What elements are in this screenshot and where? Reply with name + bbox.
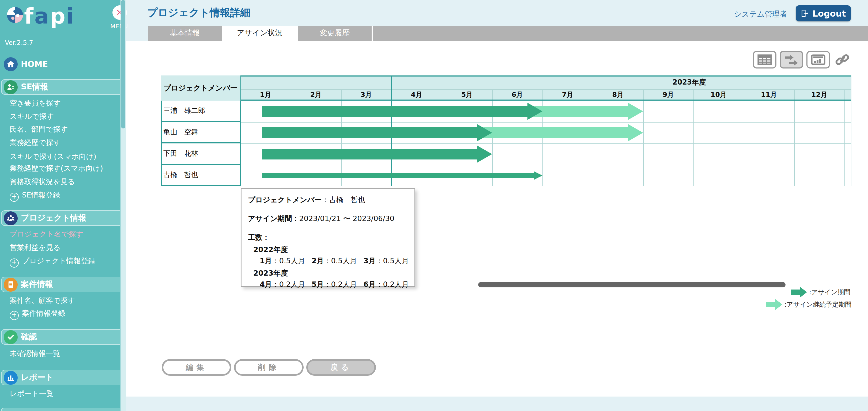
month-header-8月: 8月 <box>593 89 643 101</box>
sidebar-item-label: 資格取得状況を見る <box>10 177 75 186</box>
sidebar-item-home[interactable]: HOME <box>0 57 121 71</box>
tooltip-month-values: 1月：0.5人月2月：0.5人月3月：0.5人月 <box>260 256 408 266</box>
row-divider <box>241 122 851 123</box>
sidebar-item[interactable]: +プロジェクト情報登録 <box>10 254 117 267</box>
gantt-bar-assigned[interactable] <box>262 127 477 138</box>
gantt-bar-planned[interactable] <box>477 127 628 138</box>
sidebar-item-label: 業務経歴で探す(スマホ向け) <box>10 164 103 172</box>
logo-letter: f <box>24 4 34 28</box>
sidebar-section-report[interactable]: レポート <box>0 370 121 385</box>
tooltip-year-label: 2023年度 <box>253 268 408 278</box>
sidebar-item[interactable]: 業務経歴で探す <box>10 136 117 149</box>
month-gridline <box>693 89 694 186</box>
plus-icon: + <box>10 258 19 267</box>
logout-button[interactable]: Logout <box>796 5 851 22</box>
sidebar-scrollbar-thumb[interactable] <box>121 0 125 128</box>
sidebar-item[interactable]: 業務経歴で探す(スマホ向け) <box>10 162 117 175</box>
gantt-bar-assigned[interactable] <box>262 149 477 159</box>
document-icon <box>4 278 18 291</box>
gantt-table: 1月2月3月4月5月6月7月8月9月10月11月12月2023年度三浦 雄二郎亀… <box>161 75 851 186</box>
plus-icon: + <box>10 193 19 202</box>
tooltip-month-values: 4月：0.2人月5月：0.2人月6月：0.2人月 <box>260 280 408 289</box>
month-header-5月: 5月 <box>442 89 492 101</box>
table-view-button[interactable] <box>753 51 776 68</box>
chart-view-button[interactable] <box>806 51 830 68</box>
member-cell: 古橋 哲也 <box>161 165 241 186</box>
sidebar-item-label: 氏名、部門で探す <box>10 125 68 133</box>
month-header-10月: 10月 <box>693 89 744 101</box>
sidebar-section-label: SE情報 <box>21 82 48 92</box>
sidebar-section-label: プロジェクト情報 <box>21 213 86 223</box>
gantt-horizontal-scrollbar[interactable] <box>478 282 785 287</box>
sidebar-item[interactable]: レポート一覧 <box>10 387 117 400</box>
sidebar-section-se[interactable]: SE情報 <box>0 80 121 94</box>
legend-label: :アサイン期間 <box>809 288 850 297</box>
sidebar-item[interactable]: +案件情報登録 <box>10 307 117 319</box>
table-top-border <box>161 75 851 76</box>
month-gridline <box>844 89 845 186</box>
tooltip-month-pair: 3月：0.5人月 <box>364 256 409 265</box>
sidebar-item[interactable]: 未確認情報一覧 <box>10 347 117 360</box>
sidebar-item-label: 空き要員を探す <box>10 98 61 107</box>
sidebar-item[interactable]: 空き要員を探す <box>10 96 117 109</box>
table-view-icon <box>757 54 772 65</box>
month-header-11月: 11月 <box>744 89 794 101</box>
row-divider <box>241 144 851 144</box>
sidebar-item[interactable]: +SE情報登録 <box>10 188 117 201</box>
tooltip-month-pair: 1月：0.5人月 <box>260 256 305 265</box>
legend-assigned: :アサイン期間 <box>791 287 850 297</box>
legend-arrow-tip <box>775 299 782 310</box>
action-button-戻る[interactable]: 戻る <box>306 359 376 376</box>
tab-アサイン状況[interactable]: アサイン状況 <box>223 26 298 41</box>
sidebar-item[interactable]: 氏名、部門で探す <box>10 123 117 135</box>
sidebar-section-label: レポート <box>21 373 54 383</box>
app-version: Ver.2.5.7 <box>5 39 33 46</box>
transfer-arrows-icon <box>784 54 799 66</box>
tooltip-month-pair: 6月：0.2人月 <box>364 280 409 288</box>
sidebar-section-band-partial <box>1 408 120 411</box>
logo-letter: a <box>34 4 50 28</box>
tab-基本情報[interactable]: 基本情報 <box>148 26 223 41</box>
sidebar-item-label: プロジェクト情報登録 <box>22 256 95 265</box>
member-cell: 亀山 空舞 <box>161 122 241 144</box>
legend-arrow-body <box>791 289 800 295</box>
menu-toggle[interactable]: ✕ MENU <box>113 5 143 30</box>
link-chain-icon <box>834 53 850 67</box>
check-icon <box>4 330 18 344</box>
member-cell: 下田 花林 <box>161 144 241 165</box>
link-icon[interactable] <box>833 52 851 68</box>
member-column-header: プロジェクトメンバー <box>161 75 241 101</box>
row-divider <box>241 165 851 165</box>
sidebar-item[interactable]: 案件名、顧客で探す <box>10 294 117 307</box>
logo-letter: i <box>66 4 75 28</box>
app-root: fapi Ver.2.5.7 HOMESE情報空き要員を探すスキルで探す氏名、部… <box>0 0 868 411</box>
sidebar-section-label: 確認 <box>21 332 37 342</box>
month-gridline <box>794 89 795 186</box>
transfer-view-button[interactable] <box>780 51 803 68</box>
sidebar-item[interactable]: スキルで探す(スマホ向け) <box>10 150 117 163</box>
plus-icon: + <box>10 311 19 320</box>
sidebar-section-anken[interactable]: 案件情報 <box>0 277 121 292</box>
tooltip-month-pair: 5月：0.2人月 <box>312 280 357 288</box>
gantt-bar-assigned[interactable] <box>262 106 527 117</box>
sidebar-item-label: レポート一覧 <box>10 389 54 398</box>
action-button-編集[interactable]: 編集 <box>162 359 231 376</box>
gantt-bar-planned[interactable] <box>527 106 628 117</box>
sidebar-item[interactable]: 資格取得状況を見る <box>10 175 117 188</box>
sidebar-item[interactable]: 営業利益を見る <box>10 241 117 254</box>
sidebar-item-label: スキルで探す <box>10 112 54 120</box>
month-header-12月: 12月 <box>794 89 844 101</box>
logout-door-icon <box>801 9 809 18</box>
action-button-削除[interactable]: 削除 <box>234 359 304 376</box>
tab-変更履歴[interactable]: 変更履歴 <box>298 26 373 41</box>
sidebar-scrollbar[interactable] <box>121 0 126 411</box>
sidebar-item[interactable]: スキルで探す <box>10 110 117 123</box>
legend-arrow-icon-assigned <box>791 287 807 297</box>
people-icon <box>4 211 18 225</box>
sidebar-item-label: 営業利益を見る <box>10 243 61 252</box>
month-header-9月: 9月 <box>643 89 693 101</box>
gantt-bar-assigned[interactable] <box>262 173 534 178</box>
sidebar-section-project[interactable]: プロジェクト情報 <box>0 211 121 225</box>
sidebar-section-kakunin[interactable]: 確認 <box>0 330 121 344</box>
sidebar-item[interactable]: プロジェクト名で探す <box>10 227 117 240</box>
